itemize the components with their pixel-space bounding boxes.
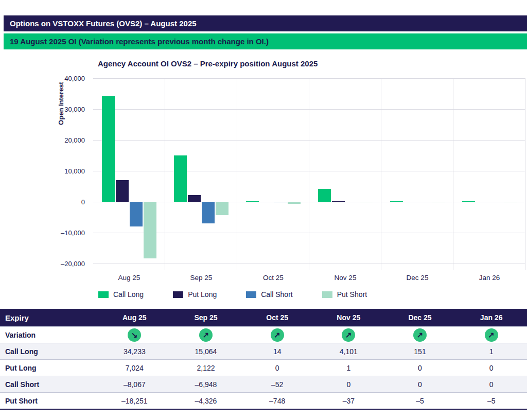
table-row-call-short: Call Short–8,067–6,948–52000: [0, 376, 527, 392]
chart-title: Agency Account OI OVS2 – Pre-expiry posi…: [98, 59, 527, 68]
table-header-cell: Dec 25: [384, 313, 456, 322]
call-long-bar: [174, 155, 187, 202]
table-cell: 151: [384, 347, 456, 356]
row-label: Put Short: [0, 397, 99, 405]
page-title: Options on VSTOXX Futures (OVS2) – Augus…: [10, 19, 197, 28]
call-long-bar: [246, 201, 259, 202]
bar-slot: [462, 78, 475, 270]
bar-slot: [144, 78, 156, 270]
variation-up-icon: ↗: [342, 328, 355, 342]
call-long-bar: [318, 189, 331, 202]
table-cell: ↗: [313, 328, 384, 342]
plot-area: [93, 78, 525, 270]
x-tick-label: Dec 25: [381, 274, 453, 282]
bar-cluster: [246, 78, 301, 270]
table-cell: 0: [455, 364, 527, 372]
put-short-bar: [504, 202, 517, 202]
y-tick-label: –20,000: [61, 260, 85, 268]
bar-slot: [174, 78, 187, 270]
table-cell: 0: [455, 380, 527, 389]
table-header-cell: Nov 25: [313, 313, 384, 322]
table-header-cell: Expiry: [0, 313, 99, 322]
x-tick-label: Aug 25: [93, 274, 165, 282]
table-cell: –18,251: [99, 397, 170, 405]
put-short-bar: [360, 202, 373, 202]
table-cell: –5: [455, 397, 527, 405]
table-row-put-short: Put Short–18,251–4,326–748–37–5–5: [0, 392, 527, 409]
table-cell: –37: [313, 397, 384, 405]
variation-up-icon: ↗: [271, 328, 284, 342]
subtitle-banner: 19 August 2025 OI (Variation represents …: [4, 33, 527, 49]
y-tick-label: 20,000: [64, 136, 85, 144]
legend-label: Call Long: [113, 290, 144, 299]
table-cell: 1: [313, 364, 384, 372]
row-label: Put Long: [0, 364, 99, 372]
table-header-cell: Oct 25: [241, 313, 313, 322]
variation-up-icon: ↗: [485, 328, 498, 342]
chart-legend: Call LongPut LongCall ShortPut Short: [98, 290, 527, 299]
bar-cluster: [390, 78, 445, 270]
table-row-call-long: Call Long34,23315,064144,1011511: [0, 343, 527, 359]
bar-slot: [332, 78, 345, 270]
table-cell: 7,024: [99, 364, 170, 372]
bar-slot: [116, 78, 129, 270]
x-tick-label: Sep 25: [165, 274, 237, 282]
y-tick-label: –10,000: [61, 229, 85, 237]
legend-swatch-icon: [98, 291, 109, 298]
bar-slot: [318, 78, 331, 270]
table-header-row: ExpiryAug 25Sep 25Oct 25Nov 25Dec 25Jan …: [0, 309, 527, 326]
bar-slot: [390, 78, 403, 270]
table-header-cell: Jan 26: [455, 313, 527, 322]
table-header-cell: Aug 25: [99, 313, 170, 322]
y-tick-label: 10,000: [64, 167, 85, 175]
table-cell: 1: [455, 347, 527, 356]
call-short-bar: [274, 202, 287, 202]
title-banner: Options on VSTOXX Futures (OVS2) – Augus…: [4, 15, 527, 31]
legend-item: Put Short: [322, 290, 367, 299]
table-cell: ↗: [170, 328, 242, 342]
legend-item: Call Short: [246, 290, 292, 299]
call-long-bar: [390, 201, 403, 202]
put-short-bar: [432, 202, 445, 202]
open-interest-table: ExpiryAug 25Sep 25Oct 25Nov 25Dec 25Jan …: [0, 309, 527, 410]
legend-item: Call Long: [98, 290, 144, 299]
page-subtitle: 19 August 2025 OI (Variation represents …: [10, 37, 269, 46]
table-cell: 0: [241, 364, 313, 372]
row-label: Call Short: [0, 380, 99, 389]
variation-down-icon: ↘: [128, 328, 141, 342]
chart-panel: [165, 78, 237, 270]
bar-slot: [130, 78, 143, 270]
call-long-bar: [462, 201, 475, 202]
row-label: Call Long: [0, 347, 99, 356]
x-tick-label: Nov 25: [309, 274, 381, 282]
table-cell: –4,326: [170, 397, 242, 405]
y-tick-label: 30,000: [64, 106, 85, 113]
table-cell: 4,101: [313, 347, 384, 356]
table-cell: –6,948: [170, 380, 242, 389]
y-tick-label: 0: [81, 198, 85, 206]
x-axis-labels: Aug 25Sep 25Oct 25Nov 25Dec 25Jan 26: [93, 274, 525, 282]
table-row-variation: Variation↘↗↗↗↗↗: [0, 326, 527, 343]
table-cell: ↘: [99, 328, 170, 342]
bar-slot: [260, 78, 273, 270]
bar-slot: [504, 78, 517, 270]
call-short-bar: [130, 202, 143, 226]
bar-slot: [404, 78, 417, 270]
bar-slot: [216, 78, 229, 270]
table-row-put-long: Put Long7,0242,1220100: [0, 359, 527, 376]
x-tick-label: Jan 26: [453, 274, 525, 282]
bar-slot: [288, 78, 301, 270]
bar-cluster: [102, 78, 156, 270]
bar-slot: [202, 78, 215, 270]
bar-cluster: [174, 78, 229, 270]
table-cell: 0: [384, 364, 456, 372]
legend-label: Put Short: [337, 290, 367, 299]
y-tick-label: 40,000: [64, 75, 85, 82]
table-cell: 14: [241, 347, 313, 356]
bar-slot: [360, 78, 373, 270]
bar-slot: [274, 78, 287, 270]
put-long-bar: [332, 201, 345, 202]
bar-slot: [246, 78, 259, 270]
chart-panel: [381, 78, 453, 270]
chart-panel: [453, 78, 525, 270]
